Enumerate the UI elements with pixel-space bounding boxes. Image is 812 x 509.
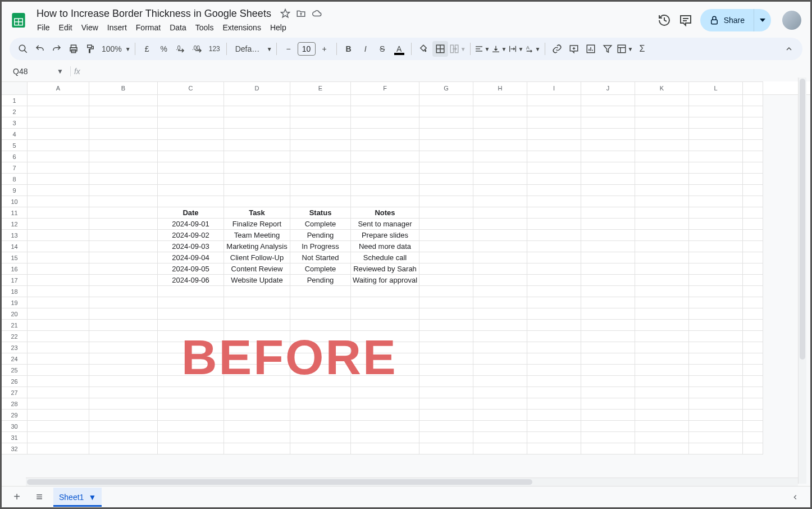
cell[interactable]: [581, 230, 635, 241]
bold-button[interactable]: B: [341, 41, 357, 57]
cell[interactable]: [419, 365, 473, 376]
cell[interactable]: [28, 286, 89, 297]
number-format-button[interactable]: 123: [207, 41, 222, 57]
cell[interactable]: [89, 151, 158, 162]
cell[interactable]: [743, 365, 763, 376]
cell[interactable]: Pending: [290, 230, 351, 241]
cell[interactable]: [224, 432, 290, 443]
menu-edit[interactable]: Edit: [55, 21, 76, 34]
cell[interactable]: [419, 162, 473, 174]
cell[interactable]: [224, 308, 290, 320]
cell[interactable]: [635, 174, 689, 185]
cell[interactable]: [635, 241, 689, 252]
cell[interactable]: [581, 308, 635, 320]
cell[interactable]: [89, 219, 158, 230]
cell[interactable]: [28, 174, 89, 185]
cell[interactable]: [290, 421, 351, 432]
all-sheets-button[interactable]: ≡: [31, 489, 48, 506]
vertical-align-button[interactable]: ▼: [491, 41, 507, 57]
cell[interactable]: [527, 129, 581, 140]
cell[interactable]: [635, 421, 689, 432]
cell[interactable]: Date: [158, 207, 224, 219]
cell[interactable]: [290, 174, 351, 185]
cell[interactable]: [28, 263, 89, 275]
cell[interactable]: Status: [290, 207, 351, 219]
menu-file[interactable]: File: [33, 21, 54, 34]
cell[interactable]: [419, 443, 473, 455]
vertical-scrollbar[interactable]: [798, 78, 806, 484]
cell[interactable]: [89, 387, 158, 398]
cell[interactable]: [581, 185, 635, 196]
move-icon[interactable]: [296, 8, 306, 19]
cell[interactable]: [527, 387, 581, 398]
cell[interactable]: [89, 365, 158, 376]
cell[interactable]: Prepare slides: [351, 230, 419, 241]
row-header[interactable]: 20: [2, 308, 28, 320]
cell[interactable]: [635, 106, 689, 117]
cell[interactable]: [158, 387, 224, 398]
cell[interactable]: [351, 95, 419, 106]
cell[interactable]: [473, 196, 527, 207]
cell[interactable]: [419, 151, 473, 162]
row-header[interactable]: 29: [2, 410, 28, 421]
menu-data[interactable]: Data: [166, 21, 190, 34]
cell[interactable]: [635, 387, 689, 398]
cell[interactable]: [743, 129, 763, 140]
cell[interactable]: [419, 95, 473, 106]
cell[interactable]: Task: [224, 207, 290, 219]
cell[interactable]: Notes: [351, 207, 419, 219]
cell[interactable]: [473, 365, 527, 376]
cell[interactable]: [419, 432, 473, 443]
cell[interactable]: [473, 275, 527, 286]
cell[interactable]: [473, 421, 527, 432]
cell[interactable]: [351, 320, 419, 331]
cell[interactable]: [419, 320, 473, 331]
cell[interactable]: [473, 398, 527, 410]
cell[interactable]: [351, 286, 419, 297]
cell[interactable]: Content Review: [224, 263, 290, 275]
cell[interactable]: [689, 398, 743, 410]
cell[interactable]: [689, 320, 743, 331]
cell[interactable]: [158, 410, 224, 421]
cell[interactable]: [689, 230, 743, 241]
cell[interactable]: [224, 320, 290, 331]
cell[interactable]: [473, 263, 527, 275]
cell[interactable]: [351, 365, 419, 376]
cell[interactable]: [89, 241, 158, 252]
cell[interactable]: [158, 174, 224, 185]
name-box-dropdown[interactable]: ▼: [53, 67, 67, 75]
cell[interactable]: [743, 230, 763, 241]
cell[interactable]: [89, 398, 158, 410]
cell[interactable]: Waiting for approval: [351, 275, 419, 286]
cell[interactable]: [89, 432, 158, 443]
cell[interactable]: [158, 365, 224, 376]
cell[interactable]: [581, 353, 635, 365]
cell[interactable]: [581, 297, 635, 308]
cell[interactable]: [473, 151, 527, 162]
cell[interactable]: [743, 196, 763, 207]
cell[interactable]: [743, 207, 763, 219]
menu-help[interactable]: Help: [266, 21, 290, 34]
cell[interactable]: [28, 140, 89, 151]
cell[interactable]: [351, 398, 419, 410]
cell[interactable]: [28, 162, 89, 174]
cell[interactable]: [527, 443, 581, 455]
cell[interactable]: [527, 252, 581, 263]
cell[interactable]: [743, 140, 763, 151]
cell[interactable]: [419, 185, 473, 196]
cell[interactable]: [743, 353, 763, 365]
cell[interactable]: [351, 196, 419, 207]
print-icon[interactable]: [66, 41, 81, 57]
cell[interactable]: [473, 117, 527, 129]
row-header[interactable]: 23: [2, 342, 28, 353]
cell[interactable]: [224, 387, 290, 398]
cell[interactable]: [158, 129, 224, 140]
cell[interactable]: Website Update: [224, 275, 290, 286]
cell[interactable]: [89, 286, 158, 297]
cell[interactable]: [581, 342, 635, 353]
cell[interactable]: [743, 410, 763, 421]
col-header[interactable]: H: [473, 81, 527, 94]
cell[interactable]: [224, 410, 290, 421]
font-select[interactable]: Defaul...▼: [231, 41, 272, 57]
strikethrough-button[interactable]: S: [375, 41, 390, 57]
